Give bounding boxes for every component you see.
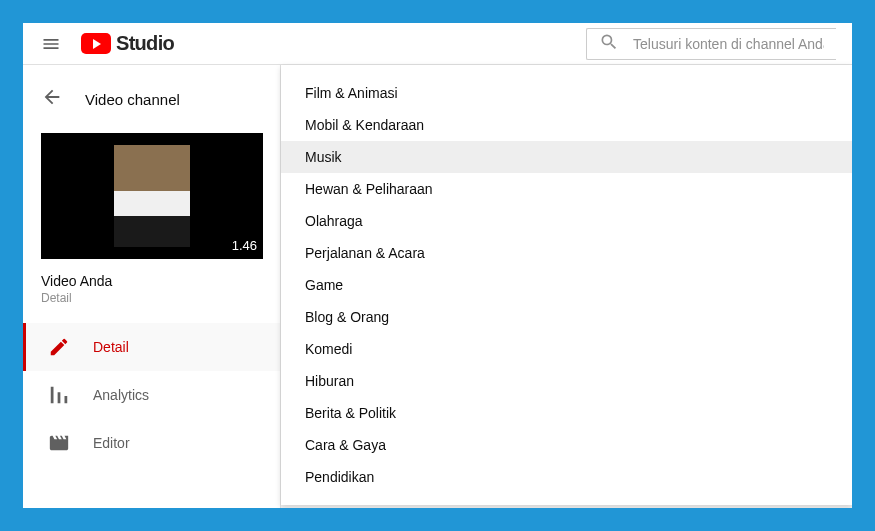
search-input[interactable]: Telusuri konten di channel Anda [586, 28, 836, 60]
youtube-icon [81, 33, 111, 54]
thumbnail-image [114, 145, 190, 247]
pencil-icon [47, 335, 71, 359]
topbar: Studio Telusuri konten di channel Anda [23, 23, 852, 65]
hamburger-menu-button[interactable] [39, 32, 63, 56]
studio-logo[interactable]: Studio [81, 32, 174, 55]
search-icon [599, 32, 619, 56]
category-option[interactable]: Perjalanan & Acara [281, 237, 852, 269]
studio-brand-text: Studio [116, 32, 174, 55]
nav-label: Editor [93, 435, 130, 451]
arrow-left-icon [41, 86, 63, 112]
nav-item-detail[interactable]: Detail [23, 323, 280, 371]
category-option[interactable]: Komedi [281, 333, 852, 365]
category-option[interactable]: Cara & Gaya [281, 429, 852, 461]
video-subtitle: Detail [41, 291, 262, 305]
video-title: Video Anda [41, 273, 262, 289]
category-option[interactable]: Olahraga [281, 205, 852, 237]
analytics-icon [47, 383, 71, 407]
nav-label: Analytics [93, 387, 149, 403]
category-option[interactable]: Mobil & Kendaraan [281, 109, 852, 141]
nav-item-editor[interactable]: Editor [23, 419, 280, 467]
app-window: Studio Telusuri konten di channel Anda V… [23, 23, 852, 508]
video-duration: 1.46 [232, 238, 257, 253]
category-option[interactable]: Pendidikan [281, 461, 852, 493]
search-placeholder: Telusuri konten di channel Anda [633, 36, 824, 52]
category-option[interactable]: Hiburan [281, 365, 852, 397]
category-option[interactable]: Hewan & Peliharaan [281, 173, 852, 205]
category-dropdown[interactable]: Film & AnimasiMobil & KendaraanMusikHewa… [281, 65, 852, 505]
category-option[interactable]: Blog & Orang [281, 301, 852, 333]
content: Video channel 1.46 Video Anda Detail Det… [23, 65, 852, 508]
sidebar-nav: DetailAnalyticsEditor [23, 323, 280, 467]
main-area: Film & AnimasiMobil & KendaraanMusikHewa… [281, 65, 852, 508]
video-thumbnail[interactable]: 1.46 [41, 133, 263, 259]
play-icon [93, 39, 101, 49]
sidebar: Video channel 1.46 Video Anda Detail Det… [23, 65, 281, 508]
category-option[interactable]: Film & Animasi [281, 77, 852, 109]
hamburger-icon [41, 34, 61, 54]
nav-label: Detail [93, 339, 129, 355]
category-option[interactable]: Game [281, 269, 852, 301]
breadcrumb-back[interactable]: Video channel [23, 79, 280, 119]
breadcrumb-label: Video channel [85, 91, 180, 108]
category-option[interactable]: Berita & Politik [281, 397, 852, 429]
category-option[interactable]: Musik [281, 141, 852, 173]
nav-item-analytics[interactable]: Analytics [23, 371, 280, 419]
editor-icon [47, 431, 71, 455]
